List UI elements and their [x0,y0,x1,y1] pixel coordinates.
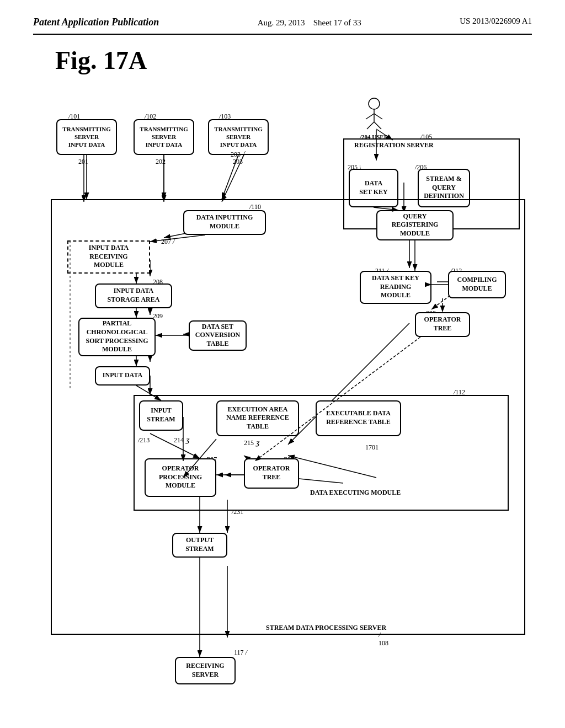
transmitting-server-103: TRANSMITTINGSERVERINPUT DATA [208,119,269,155]
ref-231: /231 [232,508,243,516]
ref-1701: 1701 [365,443,379,452]
stream-data-processing-label: STREAM DATA PROCESSING SERVER [266,624,386,633]
figure-label: Fig. 17A [55,46,532,75]
execution-area-name-ref: EXECUTION AREANAME REFERENCETABLE [216,400,299,436]
operator-tree-lower: OPERATORTREE [244,458,299,489]
svg-point-23 [369,98,380,109]
input-data-receiving-module: INPUT DATARECEIVINGMODULE [67,240,150,274]
ref-201: 201 [78,158,88,166]
ref-108: /108 [379,631,388,647]
publication-label: Patent Application Publication [33,17,159,28]
operator-processing-module: OPERATORPROCESSINGMODULE [145,458,216,497]
page: Patent Application Publication Aug. 29, … [0,0,565,728]
output-stream: OUTPUTSTREAM [172,533,227,558]
ref-203: 203 [233,158,243,166]
svg-line-28 [374,122,381,129]
user-figure: /204 USER [360,97,388,140]
page-header: Patent Application Publication Aug. 29, … [33,17,532,35]
svg-line-25 [366,114,374,119]
ref-202: 202 [156,158,166,166]
header-patent-num: US 2013/0226909 A1 [460,17,532,26]
query-registering-module: QUERYREGISTERINGMODULE [376,210,454,240]
ref-214: 214 ʒ [174,436,189,445]
ref-207: 207 / [161,238,174,246]
header-sheet: Sheet 17 of 33 [313,18,361,27]
data-inputting-module: DATA INPUTTINGMODULE [183,210,266,235]
header-date-sheet: Aug. 29, 2013 Sheet 17 of 33 [258,17,361,29]
registration-server-label: REGISTRATION SERVER [354,141,434,150]
input-data-storage: INPUT DATASTORAGE AREA [95,283,172,308]
compiling-module: COMPILINGMODULE [448,271,506,298]
data-set-conversion: DATA SETCONVERSIONTABLE [189,320,247,351]
transmitting-server-102: TRANSMITTINGSERVERINPUT DATA [134,119,194,155]
partial-chron-sort: PARTIALCHRONOLOGICALSORT PROCESSINGMODUL… [78,318,156,356]
operator-tree-upper: OPERATORTREE [415,312,470,337]
data-executing-module-label: DATA EXECUTING MODULE [310,489,401,497]
input-stream: INPUTSTREAM [139,400,183,431]
ref-117: 117 / [234,649,247,657]
executable-data-ref-table: EXECUTABLE DATAREFERENCE TABLE [316,400,401,436]
header-date: Aug. 29, 2013 [258,18,305,27]
data-set-key-reading: DATA SET KEYREADINGMODULE [360,271,431,304]
svg-line-27 [367,122,374,129]
svg-line-26 [374,114,382,119]
diagram: /101 TRANSMITTINGSERVERINPUT DATA 201 /1… [34,81,531,687]
ref-215: 215 ʒ [244,439,259,447]
transmitting-server-101: TRANSMITTINGSERVERINPUT DATA [56,119,117,155]
input-data-label: INPUT DATA [95,366,150,386]
ref-112: /112 [454,388,465,397]
receiving-server: RECEIVINGSERVER [175,657,236,684]
ref-213: /213 [138,436,150,445]
